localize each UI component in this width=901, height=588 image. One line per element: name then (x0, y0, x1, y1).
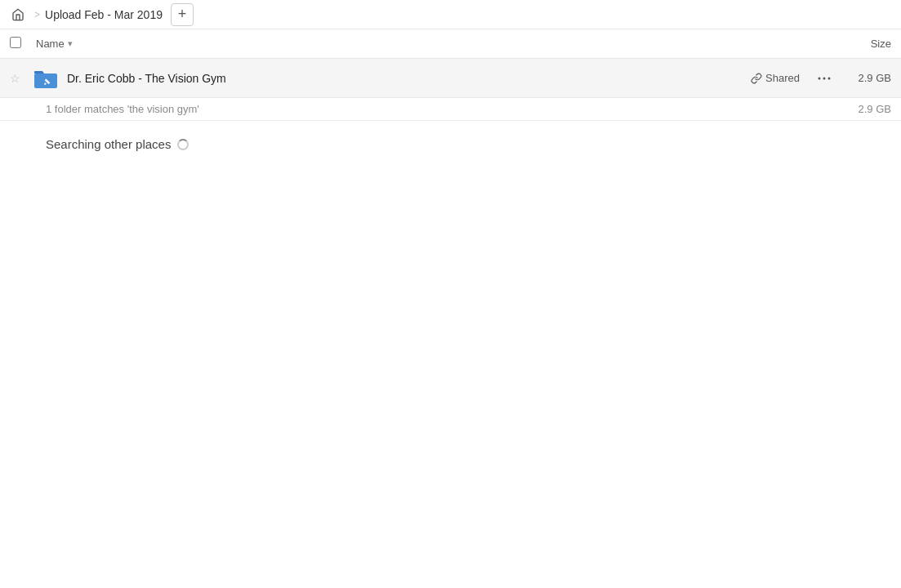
add-button[interactable]: + (171, 3, 194, 26)
svg-point-4 (823, 77, 826, 79)
loading-spinner (177, 139, 189, 150)
more-options-button[interactable] (813, 67, 836, 90)
star-button[interactable]: ☆ (10, 72, 26, 85)
match-size: 2.9 GB (842, 103, 891, 115)
file-row: ☆ Dr. Eric Cobb - The Vision Gym Shared … (0, 59, 901, 98)
searching-title: Searching other places (46, 137, 891, 151)
breadcrumb-separator: > (34, 9, 40, 20)
select-all-checkbox[interactable] (10, 37, 26, 51)
breadcrumb-bar: > Upload Feb - Mar 2019 + (0, 0, 901, 29)
name-column-header[interactable]: Name ▾ (36, 38, 826, 50)
svg-point-5 (828, 77, 831, 79)
breadcrumb-title: Upload Feb - Mar 2019 (45, 8, 163, 21)
file-size: 2.9 GB (842, 72, 891, 84)
home-button[interactable] (7, 3, 29, 26)
match-text: 1 folder matches 'the vision gym' (46, 103, 842, 115)
match-bar: 1 folder matches 'the vision gym' 2.9 GB (0, 98, 901, 121)
svg-point-3 (818, 77, 821, 79)
folder-icon (33, 65, 59, 91)
link-icon (751, 73, 762, 84)
size-column-header: Size (826, 38, 891, 50)
column-header: Name ▾ Size (0, 29, 901, 59)
file-name[interactable]: Dr. Eric Cobb - The Vision Gym (67, 72, 751, 85)
searching-section: Searching other places (0, 121, 901, 161)
shared-badge: Shared (751, 72, 800, 84)
